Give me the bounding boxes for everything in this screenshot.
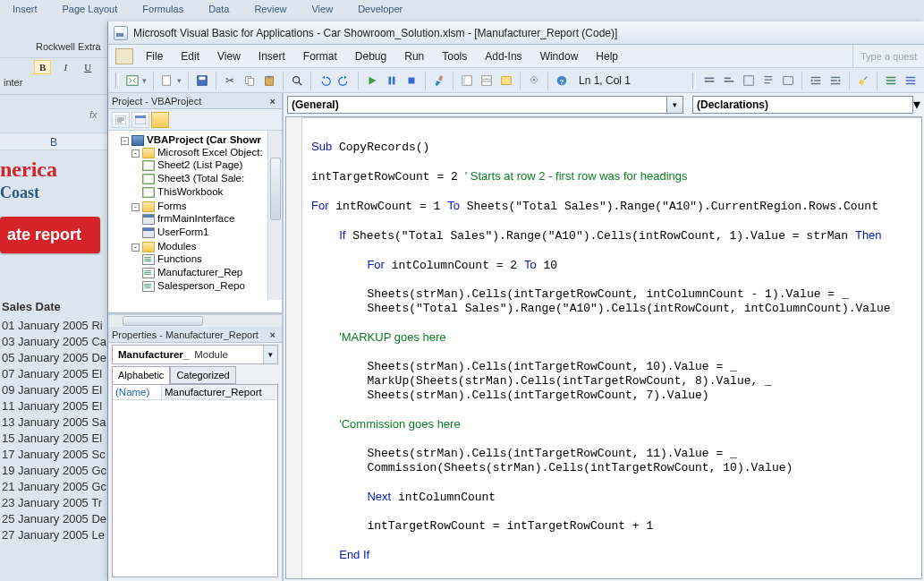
run-icon[interactable] — [363, 72, 381, 90]
outdent-icon[interactable] — [827, 72, 844, 90]
collapse-icon[interactable]: - — [131, 150, 140, 158]
uncomment-block-icon[interactable] — [902, 72, 920, 90]
menu-insert[interactable]: Insert — [250, 47, 294, 66]
properties-grid[interactable]: (Name)Manufacturer_Report — [112, 384, 278, 577]
table-row[interactable]: 05 January 2005 De — [2, 351, 108, 365]
collapse-icon[interactable]: - — [131, 244, 140, 252]
edit-tb-icon[interactable] — [720, 72, 738, 90]
edit-tb-icon[interactable] — [700, 72, 718, 90]
insert-module-icon[interactable] — [158, 72, 176, 90]
excel-tab[interactable]: Data — [196, 0, 242, 18]
tree-item[interactable]: Sheet2 (List Page) — [142, 158, 282, 172]
tree-item[interactable]: Sheet3 (Total Sale: — [142, 172, 282, 185]
tab-categorized[interactable]: Categorized — [170, 366, 235, 384]
excel-tab[interactable]: Page Layout — [50, 0, 131, 18]
menu-file[interactable]: File — [137, 47, 172, 66]
object-dropdown[interactable]: (General)▾ — [287, 96, 683, 114]
copy-icon[interactable] — [241, 72, 259, 90]
redo-icon[interactable] — [335, 72, 353, 90]
toolbar-grip[interactable] — [115, 73, 119, 89]
excel-tab[interactable]: Review — [242, 0, 299, 18]
project-tree[interactable]: -VBAProject (Car Showr -Microsoft Excel … — [108, 131, 282, 314]
formula-fx-icon[interactable]: fx — [0, 109, 105, 120]
menu-format[interactable]: Format — [294, 47, 346, 66]
property-object-dropdown[interactable]: Manufacturer_Module ▾ — [112, 345, 278, 364]
excel-tab[interactable]: View — [299, 0, 345, 18]
object-browser-icon[interactable] — [497, 72, 515, 90]
generate-report-button[interactable]: ate report — [0, 217, 100, 253]
undo-icon[interactable] — [316, 72, 334, 90]
menu-edit[interactable]: Edit — [172, 47, 208, 66]
tab-alphabetic[interactable]: Alphabetic — [112, 366, 170, 384]
close-pane-icon[interactable]: × — [267, 96, 278, 107]
menu-tools[interactable]: Tools — [433, 47, 476, 66]
table-row[interactable]: 01 January 2005 Ri — [2, 319, 108, 333]
dropdown-icon[interactable]: ▾ — [142, 76, 149, 85]
edit-tb-icon[interactable] — [779, 72, 797, 90]
menu-add-ins[interactable]: Add-Ins — [476, 47, 530, 66]
find-icon[interactable] — [288, 72, 306, 90]
toolbox-icon[interactable] — [525, 72, 543, 90]
underline-button[interactable]: U — [80, 61, 96, 73]
view-object-icon[interactable] — [131, 112, 149, 128]
reset-icon[interactable] — [403, 72, 420, 90]
table-row[interactable]: 13 January 2005 Sa — [2, 415, 108, 430]
table-row[interactable]: 17 January 2005 Sc — [2, 448, 108, 462]
cut-icon[interactable]: ✂ — [221, 72, 239, 90]
edit-tb-icon[interactable] — [759, 72, 777, 90]
comment-block-icon[interactable] — [882, 72, 900, 90]
break-icon[interactable] — [383, 72, 401, 90]
tree-scrollbar[interactable] — [267, 131, 282, 300]
tree-item[interactable]: frmMainInterface — [142, 212, 282, 226]
table-row[interactable]: 15 January 2005 El — [2, 431, 108, 446]
menu-view[interactable]: View — [208, 47, 250, 66]
table-row[interactable]: 23 January 2005 Tr — [2, 496, 108, 510]
dropdown-icon[interactable]: ▾ — [913, 96, 920, 114]
menu-debug[interactable]: Debug — [346, 47, 395, 66]
table-row[interactable]: 03 January 2005 Ca — [2, 335, 108, 349]
excel-font-box[interactable]: Rockwell Extra — [0, 39, 107, 58]
collapse-icon[interactable]: - — [121, 137, 129, 145]
close-pane-icon[interactable]: × — [267, 329, 278, 340]
menu-help[interactable]: Help — [587, 47, 627, 66]
dropdown-icon[interactable]: ▾ — [667, 96, 683, 114]
dropdown-icon[interactable]: ▾ — [263, 346, 277, 363]
table-row[interactable]: 21 January 2005 Gc — [2, 480, 108, 494]
excel-column-header[interactable]: B — [0, 132, 107, 150]
tree-item[interactable]: Salesperson_Repo — [142, 279, 282, 293]
breakpoint-icon[interactable] — [854, 72, 872, 90]
excel-tab[interactable]: Insert — [0, 0, 50, 18]
tree-item[interactable]: Functions — [142, 252, 282, 266]
project-pane-header[interactable]: Project - VBAProject × — [108, 93, 282, 109]
ask-a-question-box[interactable]: Type a quest — [852, 45, 917, 67]
code-editor[interactable]: Sub CopyRecords() intTargetRowCount = 2 … — [285, 116, 922, 579]
help-icon[interactable]: ? — [553, 72, 571, 90]
view-excel-icon[interactable] — [123, 72, 141, 90]
table-row[interactable]: 27 January 2005 Le — [2, 528, 108, 543]
menu-window[interactable]: Window — [531, 47, 588, 66]
tree-item[interactable]: UserForm1 — [142, 226, 282, 239]
tree-item[interactable]: Manufacturer_Rep — [142, 266, 282, 279]
vba-titlebar[interactable]: Microsoft Visual Basic for Applications … — [108, 21, 924, 45]
toggle-folders-icon[interactable] — [151, 112, 169, 128]
paste-icon[interactable] — [260, 72, 278, 90]
project-explorer-icon[interactable] — [458, 72, 476, 90]
menu-run[interactable]: Run — [395, 47, 433, 66]
procedure-dropdown[interactable]: (Declarations)▾ — [692, 96, 920, 114]
collapse-icon[interactable]: - — [131, 203, 140, 211]
tree-item[interactable]: ThisWorkbook — [142, 185, 282, 199]
toolbar-grip[interactable] — [692, 73, 696, 89]
table-row[interactable]: 07 January 2005 El — [2, 367, 108, 381]
view-code-icon[interactable] — [112, 112, 130, 128]
dropdown-icon[interactable]: ▾ — [177, 76, 184, 85]
excel-tab[interactable]: Developer — [345, 0, 415, 18]
save-icon[interactable] — [193, 72, 211, 90]
properties-window-icon[interactable] — [478, 72, 496, 90]
close-icon[interactable] — [901, 27, 919, 39]
vba-system-icon[interactable] — [115, 48, 133, 64]
bold-button[interactable]: B — [34, 60, 51, 74]
design-mode-icon[interactable] — [430, 72, 448, 90]
table-row[interactable]: 25 January 2005 De — [2, 512, 108, 526]
edit-tb-icon[interactable] — [740, 72, 758, 90]
excel-tab[interactable]: Formulas — [130, 0, 196, 18]
